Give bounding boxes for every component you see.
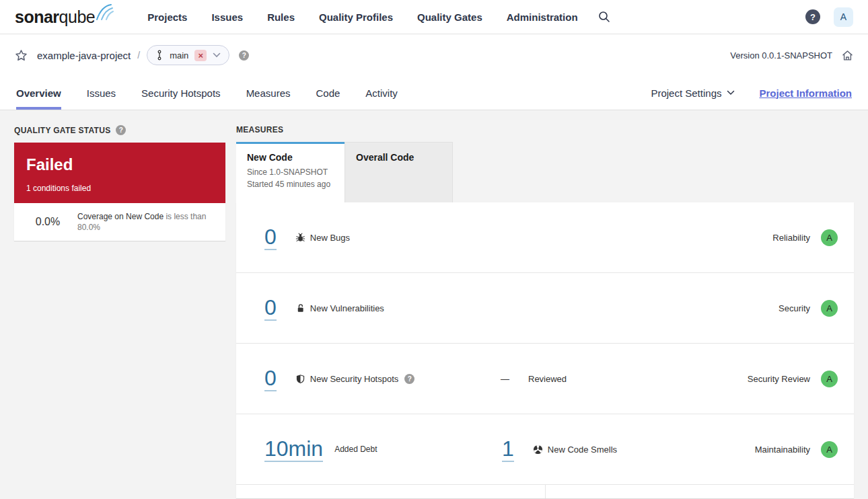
nav-item-rules[interactable]: Rules [267,11,295,23]
branch-selector[interactable]: main × [147,45,229,65]
reviewed-group: — Reviewed [501,374,567,384]
new-bugs-count-link[interactable]: 0 [264,225,277,250]
project-information-link[interactable]: Project Information [759,87,852,99]
added-debt-label: Added Debt [334,445,377,454]
added-debt-link[interactable]: 10min [264,436,323,462]
quality-gate-help-icon[interactable]: ? [116,125,126,135]
chevron-down-icon [727,90,735,95]
bug-icon [295,233,305,243]
new-code-since: Since 1.0-SNAPSHOT [247,167,334,177]
tab-measures[interactable]: Measures [246,76,291,110]
overview-content: QUALITY GATE STATUS ? Failed 1 condition… [0,110,868,498]
nav-item-quality-profiles[interactable]: Quality Profiles [319,11,393,23]
new-vulnerabilities-count-link[interactable]: 0 [264,295,277,321]
branch-clear-icon[interactable]: × [194,50,207,61]
measure-row-vulnerabilities: 0 New Vulnerabilities Security A [236,273,854,344]
help-icon[interactable]: ? [805,9,820,24]
new-bugs-label: New Bugs [310,233,350,243]
tab-code[interactable]: Code [316,76,340,110]
maintainability-group: Maintainability A [755,441,838,458]
new-code-smells-label: New Code Smells [548,445,617,455]
new-code-smells-count-link[interactable]: 1 [502,436,514,462]
measures-title: MEASURES [236,125,854,135]
condition-text: Coverage on New Code is less than 80.0% [77,211,216,233]
project-settings-label: Project Settings [651,87,721,99]
tab-issues[interactable]: Issues [87,76,116,110]
security-label: Security [779,303,810,313]
condition-metric: Coverage on New Code [77,212,164,221]
new-vulnerabilities-label: New Vulnerabilities [310,303,384,313]
nav-item-administration[interactable]: Administration [507,11,578,23]
condition-value: 0.0% [24,216,72,228]
measures-panel: 0 New Bugs Reliability A [236,202,854,498]
measure-row-maintainability: 10min Added Debt 1 [236,414,854,485]
next-measure-row-partial [236,485,854,498]
home-icon[interactable] [842,50,853,61]
new-code-tab-label: New Code [247,152,334,163]
reliability-group: Reliability A [772,229,838,246]
sonarqube-logo[interactable]: sonarqube [15,7,114,27]
tab-activity[interactable]: Activity [365,76,398,110]
new-bugs-label-group: New Bugs [295,233,350,243]
new-security-hotspots-count-link[interactable]: 0 [264,366,277,391]
nav-item-quality-gates[interactable]: Quality Gates [417,11,482,23]
tab-overall-code[interactable]: Overall Code [345,142,453,202]
security-group: Security A [779,300,838,317]
quality-gate-conditions-summary: 1 conditions failed [26,184,213,193]
breadcrumb-separator: / [137,50,140,61]
branch-chevron-down-icon[interactable] [213,52,221,58]
top-navbar: sonarqube Projects Issues Rules Quality … [0,0,868,34]
tab-overview[interactable]: Overview [16,76,61,110]
tab-new-code[interactable]: New Code Since 1.0-SNAPSHOT Started 45 m… [236,142,345,202]
nav-item-issues[interactable]: Issues [211,11,243,23]
quality-gate-title: QUALITY GATE STATUS ? [14,125,225,135]
branch-icon [155,50,164,61]
quality-gate-status: Failed [26,155,213,174]
coverage-cell [236,485,545,498]
reliability-rating-badge: A [821,229,838,246]
code-smell-icon [533,445,543,455]
project-tabs: Overview Issues Security Hotspots Measur… [0,76,868,110]
quality-gate-title-text: QUALITY GATE STATUS [14,126,110,135]
measure-row-security-hotspots: 0 New Security Hotspots ? — Reviewed [236,344,854,414]
project-header: example-java-project / main × ? Version … [0,34,868,110]
tab-security-hotspots[interactable]: Security Hotspots [141,76,221,110]
new-code-smells-label-group: New Code Smells [533,445,617,455]
favorite-star-icon[interactable] [15,49,28,62]
avatar[interactable]: A [834,7,853,27]
main-nav: Projects Issues Rules Quality Profiles Q… [147,11,577,23]
logo-swoosh-icon [96,4,114,20]
measures-tabs: New Code Since 1.0-SNAPSHOT Started 45 m… [236,142,854,202]
reliability-label: Reliability [772,233,810,243]
branch-help-icon[interactable]: ? [239,50,249,61]
reviewed-value: — [501,374,509,384]
new-code-smells-group: 1 New Code Smells [502,436,617,462]
overall-code-tab-label: Overall Code [356,152,441,163]
logo-text-bold: sonar [15,7,59,26]
new-code-started: Started 45 minutes ago [247,180,334,189]
security-review-group: Security Review A [748,371,838,387]
search-icon[interactable] [598,11,610,23]
security-rating-badge: A [821,300,838,317]
reviewed-label: Reviewed [528,374,567,384]
branch-name: main [170,50,188,61]
lock-icon [295,303,305,313]
security-review-label: Security Review [748,374,810,384]
hotspots-help-icon[interactable]: ? [404,374,414,384]
new-vulnerabilities-label-group: New Vulnerabilities [295,303,384,313]
duplications-cell [545,485,855,498]
navbar-right: ? A [805,7,853,27]
quality-gate-banner: Failed 1 conditions failed [14,143,225,203]
breadcrumb: example-java-project / main × ? Version … [0,34,868,76]
breadcrumb-right: Version 0.0.1-SNAPSHOT [730,50,853,61]
maintainability-label: Maintainability [755,445,810,455]
quality-gate-condition-row[interactable]: 0.0% Coverage on New Code is less than 8… [14,203,225,241]
quality-gate-section: QUALITY GATE STATUS ? Failed 1 condition… [14,125,225,498]
breadcrumb-project-link[interactable]: example-java-project [37,50,131,61]
nav-item-projects[interactable]: Projects [147,11,187,23]
new-security-hotspots-label-group: New Security Hotspots ? [295,374,415,384]
maintainability-rating-badge: A [821,441,838,458]
shield-icon [295,374,305,384]
tabs-right: Project Settings Project Information [651,76,852,110]
project-settings-menu[interactable]: Project Settings [651,87,735,99]
